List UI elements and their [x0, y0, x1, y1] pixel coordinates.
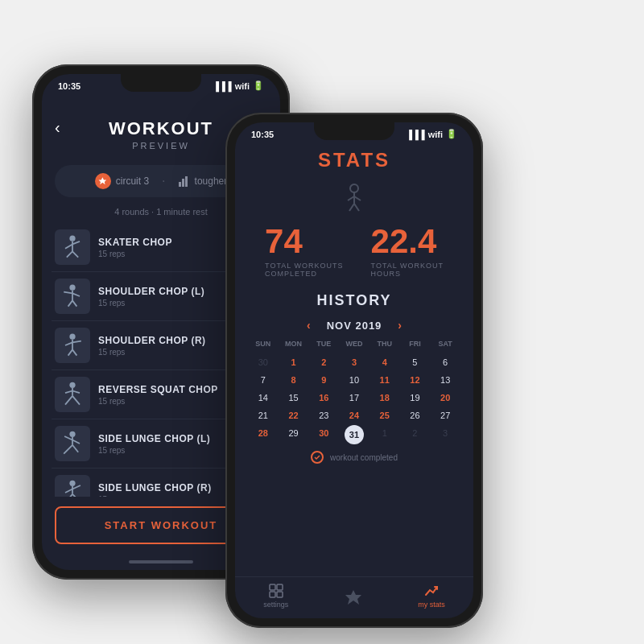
- svg-rect-0: [179, 182, 181, 187]
- cal-cell[interactable]: 30: [248, 354, 279, 370]
- cal-cell[interactable]: 1: [279, 354, 309, 370]
- cal-cell[interactable]: 26: [400, 407, 431, 423]
- svg-line-13: [68, 300, 72, 306]
- back-button[interactable]: ‹: [55, 118, 60, 137]
- status-time-1: 10:35: [58, 81, 80, 91]
- cal-cell[interactable]: 24: [339, 407, 369, 423]
- workouts-number: 74: [265, 225, 343, 258]
- cal-cell[interactable]: 13: [430, 372, 460, 388]
- svg-line-20: [72, 349, 76, 355]
- cal-cell[interactable]: 31: [345, 425, 364, 444]
- difficulty-badge: tougher: [179, 175, 228, 187]
- cal-cell[interactable]: 8: [279, 372, 309, 388]
- cal-cell[interactable]: 30: [308, 425, 339, 444]
- svg-line-26: [72, 396, 80, 405]
- exercise-thumb-3: [55, 328, 90, 363]
- cal-cell[interactable]: 16: [308, 390, 339, 406]
- cal-cell[interactable]: 5: [400, 354, 431, 370]
- day-wed: WED: [339, 336, 369, 351]
- calendar: SUN MON TUE WED THU FRI SAT 301234567891…: [235, 336, 473, 444]
- svg-line-12: [72, 293, 80, 296]
- exercise-thumb-5: [55, 426, 90, 461]
- phone-stats: 10:35 ▐▐▐ wifi 🔋 STATS: [225, 113, 483, 628]
- svg-point-21: [69, 382, 75, 388]
- circuit-label: circuit 3: [116, 175, 149, 187]
- nav-settings[interactable]: settings: [263, 584, 288, 609]
- person-figure: [338, 181, 370, 213]
- svg-line-32: [72, 445, 78, 452]
- svg-rect-46: [277, 584, 283, 590]
- cal-cell[interactable]: 27: [430, 407, 460, 423]
- cal-cell[interactable]: 19: [400, 390, 431, 406]
- workouts-label: TOTAL WORKOUTSCOMPLETED: [265, 262, 343, 278]
- exercise-figure-5: [58, 429, 87, 458]
- settings-label: settings: [263, 601, 288, 609]
- hours-label: TOTAL WORKOUTHOURS: [371, 262, 444, 278]
- cal-cell[interactable]: 15: [279, 390, 309, 406]
- nav-my-stats[interactable]: my stats: [418, 584, 445, 609]
- cal-cell[interactable]: 3: [339, 354, 369, 370]
- svg-point-27: [69, 431, 75, 437]
- circuit-badge: circuit 3: [95, 173, 149, 189]
- cal-cell[interactable]: 2: [308, 354, 339, 370]
- cal-cell[interactable]: 1: [369, 425, 400, 444]
- calendar-month: NOV 2019: [327, 320, 382, 332]
- cal-cell[interactable]: 7: [248, 372, 279, 388]
- day-thu: THU: [369, 336, 400, 351]
- difficulty-label: tougher: [195, 175, 228, 187]
- circuit-icon: [95, 173, 111, 189]
- cal-cell[interactable]: 28: [248, 425, 279, 444]
- svg-line-6: [72, 242, 80, 245]
- svg-line-31: [64, 445, 72, 454]
- cal-cell[interactable]: 11: [369, 372, 400, 388]
- cal-cell[interactable]: 2: [400, 425, 431, 444]
- stats-title: STATS: [235, 142, 473, 176]
- battery-icon-2: 🔋: [446, 129, 457, 139]
- prev-month-button[interactable]: ‹: [307, 319, 311, 332]
- cal-cell[interactable]: 22: [279, 407, 309, 423]
- cal-cell[interactable]: 18: [369, 390, 400, 406]
- svg-line-41: [348, 196, 354, 200]
- svg-marker-49: [345, 590, 361, 605]
- cal-cell[interactable]: 23: [308, 407, 339, 423]
- exercise-figure-1: [58, 233, 87, 262]
- day-fri: FRI: [400, 336, 431, 351]
- cal-cell[interactable]: 17: [339, 390, 369, 406]
- legend-label: workout completed: [330, 453, 398, 462]
- next-month-button[interactable]: ›: [398, 319, 402, 332]
- svg-rect-48: [277, 592, 283, 597]
- cal-cell[interactable]: 9: [308, 372, 339, 388]
- exercise-figure-6: [58, 478, 87, 497]
- svg-line-8: [72, 251, 78, 257]
- cal-cell[interactable]: 29: [279, 425, 309, 444]
- exercise-figure-4: [58, 380, 87, 409]
- day-sun: SUN: [248, 336, 279, 351]
- day-tue: TUE: [308, 336, 339, 351]
- workout-icon: [345, 588, 361, 605]
- cal-cell[interactable]: 6: [430, 354, 460, 370]
- cal-cell[interactable]: 14: [248, 390, 279, 406]
- nav-workout[interactable]: [345, 588, 361, 605]
- cal-cell[interactable]: 12: [400, 372, 431, 388]
- cal-cell[interactable]: 4: [369, 354, 400, 370]
- svg-line-30: [72, 440, 80, 444]
- cal-cell[interactable]: 21: [248, 407, 279, 423]
- svg-line-14: [72, 300, 76, 306]
- svg-rect-1: [182, 179, 184, 187]
- notch-2: [314, 122, 394, 140]
- exercise-thumb-2: [55, 279, 90, 314]
- divider: ·: [162, 174, 165, 188]
- svg-line-7: [67, 251, 72, 257]
- exercise-thumb-6: [55, 475, 90, 497]
- svg-line-43: [349, 204, 354, 211]
- cal-cell[interactable]: 3: [430, 425, 460, 444]
- cal-cell[interactable]: 20: [430, 390, 460, 406]
- my-stats-label: my stats: [418, 601, 445, 609]
- history-title: HISTORY: [235, 287, 473, 314]
- cal-cell[interactable]: 10: [339, 372, 369, 388]
- svg-point-9: [69, 285, 75, 291]
- check-circle-icon: [311, 451, 324, 464]
- svg-rect-2: [185, 176, 188, 187]
- svg-point-39: [350, 184, 358, 192]
- cal-cell[interactable]: 25: [369, 407, 400, 423]
